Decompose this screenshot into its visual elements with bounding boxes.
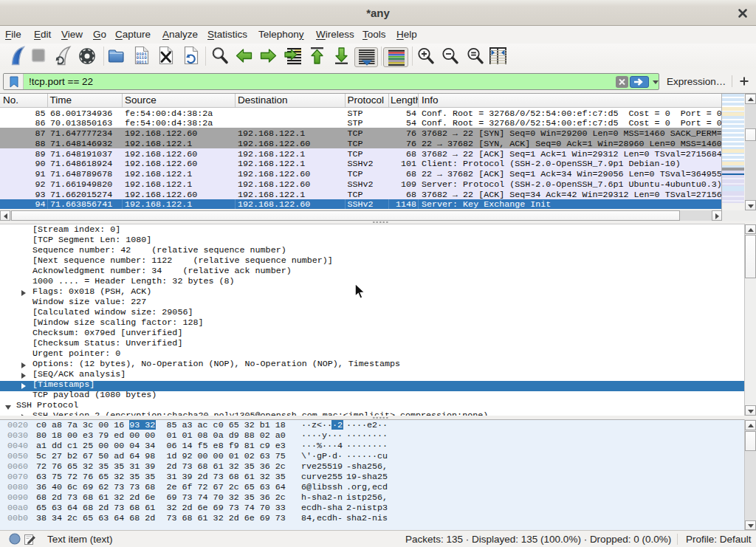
- svg-text:0011: 0011: [136, 60, 147, 65]
